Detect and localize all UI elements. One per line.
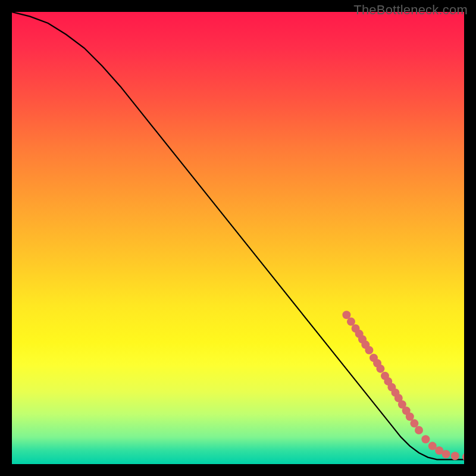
watermark-text: TheBottleneck.com bbox=[353, 2, 468, 18]
marker-dot bbox=[421, 435, 430, 443]
marker-dot bbox=[365, 346, 373, 354]
chart-overlay bbox=[12, 12, 464, 464]
chart-plot-area bbox=[12, 12, 464, 464]
marker-dot bbox=[347, 318, 355, 326]
marker-dot bbox=[406, 412, 414, 421]
marker-dot bbox=[442, 450, 450, 458]
marker-dot bbox=[451, 452, 459, 460]
marker-dot bbox=[415, 426, 423, 434]
marker-dot bbox=[428, 442, 437, 450]
marker-dot bbox=[376, 365, 384, 373]
marker-dot bbox=[342, 311, 350, 319]
marker-dot bbox=[410, 419, 418, 428]
